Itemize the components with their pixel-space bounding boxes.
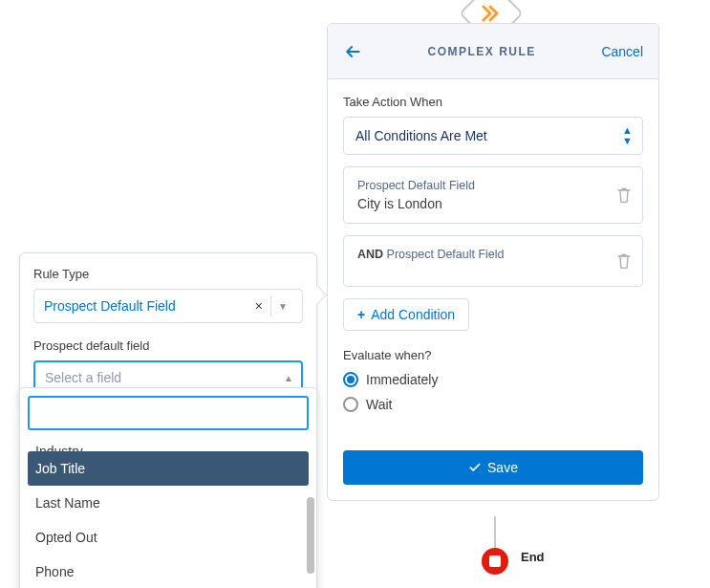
save-button-label: Save [487, 460, 518, 475]
radio-checked-icon [343, 372, 358, 387]
condition-prefix: Prospect Default Field [357, 179, 629, 192]
evaluate-option-immediately[interactable]: Immediately [343, 372, 643, 387]
condition-and-label: AND [357, 248, 383, 261]
evaluate-option-label: Wait [366, 397, 392, 412]
take-action-value: All Conditions Are Met [355, 128, 487, 143]
delete-condition-button[interactable] [617, 187, 631, 203]
panel-title: COMPLEX RULE [428, 45, 536, 58]
chevrons-icon [480, 2, 503, 25]
select-caret-icon: ▲▼ [622, 125, 633, 146]
rule-type-caret[interactable]: ▼ [271, 301, 294, 312]
dropdown-item-label: Phone [35, 564, 74, 579]
dropdown-search-input[interactable] [28, 396, 309, 430]
rule-type-label: Rule Type [33, 267, 303, 281]
add-condition-button[interactable]: + Add Condition [343, 298, 469, 331]
cancel-button[interactable]: Cancel [601, 44, 643, 59]
dropdown-item-partial[interactable]: Industry [28, 434, 309, 451]
condition-card: Prospect Default Field City is London [343, 166, 643, 224]
condition-prefix: AND Prospect Default Field [357, 248, 629, 261]
prospect-field-placeholder: Select a field [45, 370, 121, 385]
dropdown-item[interactable]: Job Title [28, 451, 309, 486]
save-button[interactable]: Save [343, 450, 643, 485]
dropdown-item-label: Opted Out [35, 530, 97, 545]
add-condition-label: Add Condition [371, 307, 455, 322]
back-button[interactable] [343, 42, 362, 61]
complex-rule-panel: COMPLEX RULE Cancel Take Action When All… [327, 23, 659, 501]
evaluate-when-label: Evaluate when? [343, 348, 643, 362]
dropdown-item[interactable]: Last Name [28, 486, 309, 520]
scrollbar-thumb[interactable] [307, 497, 314, 574]
rule-type-select[interactable]: Prospect Default Field × ▼ [33, 289, 303, 323]
prospect-field-dropdown: Industry Job Title Last Name Opted Out P… [19, 387, 317, 588]
dropdown-item[interactable]: Phone [28, 555, 309, 588]
take-action-label: Take Action When [343, 95, 643, 109]
evaluate-option-label: Immediately [366, 372, 438, 387]
take-action-select[interactable]: All Conditions Are Met ▲▼ [343, 117, 643, 155]
dropdown-scrollbar[interactable] [307, 430, 314, 588]
arrow-left-icon [343, 42, 362, 61]
caret-up-icon: ▲ [284, 373, 293, 383]
clear-rule-type-button[interactable]: × [247, 298, 270, 314]
rule-type-popover: Rule Type Prospect Default Field × ▼ Pro… [19, 252, 317, 409]
dropdown-item-label: Job Title [35, 461, 85, 476]
end-node-label: End [521, 550, 545, 564]
dropdown-item-label: Last Name [35, 495, 100, 511]
delete-condition-button[interactable] [617, 253, 631, 269]
panel-header: COMPLEX RULE Cancel [328, 24, 658, 79]
evaluate-option-wait[interactable]: Wait [343, 397, 643, 412]
prospect-field-label: Prospect default field [33, 338, 303, 353]
condition-card: AND Prospect Default Field [343, 235, 643, 287]
check-icon [468, 461, 482, 474]
condition-body: City is London [357, 196, 629, 211]
rule-type-value: Prospect Default Field [44, 298, 176, 314]
radio-unchecked-icon [343, 397, 358, 412]
end-node[interactable] [482, 548, 508, 575]
dropdown-item[interactable]: Opted Out [28, 520, 309, 555]
trash-icon [617, 253, 631, 269]
plus-icon: + [357, 307, 365, 322]
trash-icon [617, 187, 631, 203]
